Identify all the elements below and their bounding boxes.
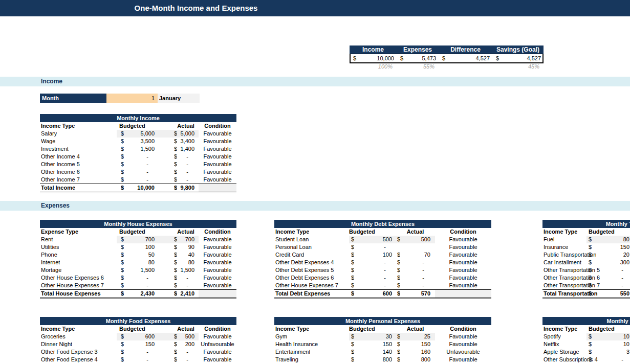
- currency-sign: $: [351, 356, 354, 363]
- cell-actual[interactable]: -: [178, 161, 195, 168]
- cell-budgeted[interactable]: 800: [355, 356, 393, 363]
- table-row: Phone$50$40Favourable: [40, 251, 236, 259]
- cell-budgeted[interactable]: -: [593, 356, 630, 363]
- page-title: One-Month Income and Expenses: [41, 0, 351, 16]
- cell-actual[interactable]: -: [178, 168, 195, 176]
- cell-budgeted[interactable]: 600: [125, 333, 156, 340]
- cell-label: Other House Expenses 7: [41, 282, 104, 289]
- currency-sign: $: [351, 274, 354, 282]
- currency-sign: $: [397, 236, 400, 243]
- cell-budgeted[interactable]: 10: [593, 340, 630, 348]
- column-header-type: Income Type: [275, 325, 309, 333]
- cell-actual[interactable]: -: [178, 176, 195, 184]
- cell-actual[interactable]: -: [178, 348, 195, 356]
- cell-budgeted[interactable]: 80: [125, 259, 156, 266]
- cell-budgeted[interactable]: 5,000: [125, 130, 156, 138]
- cell-budgeted[interactable]: -: [593, 266, 630, 274]
- cell-budgeted[interactable]: 10: [593, 333, 630, 340]
- cell-actual[interactable]: 90: [178, 243, 195, 251]
- cell-actual[interactable]: 5,000: [178, 130, 195, 138]
- cell-label: Other Debt Expenses 5: [275, 266, 334, 274]
- cell-actual[interactable]: -: [401, 266, 431, 274]
- currency-sign: $: [121, 130, 124, 138]
- cell-budgeted[interactable]: 140: [355, 348, 393, 356]
- cell-budgeted[interactable]: 20: [593, 251, 630, 259]
- summary-header-expenses: Expenses: [397, 46, 439, 54]
- cell-actual[interactable]: 700: [178, 236, 195, 243]
- cell-budgeted[interactable]: -: [355, 282, 393, 289]
- cell-budgeted[interactable]: 80: [593, 236, 630, 243]
- cell-budgeted[interactable]: 300: [593, 259, 630, 266]
- cell-actual[interactable]: -: [401, 282, 431, 289]
- cell-budgeted[interactable]: 3,500: [125, 138, 156, 145]
- cell-budgeted[interactable]: -: [125, 282, 156, 289]
- cell-budgeted[interactable]: 700: [125, 236, 156, 243]
- cell-budgeted[interactable]: -: [125, 348, 156, 356]
- cell-budgeted[interactable]: -: [355, 274, 393, 282]
- cell-actual[interactable]: 3,400: [178, 138, 195, 145]
- cell-actual[interactable]: 160: [401, 348, 431, 356]
- cell-budgeted[interactable]: -: [593, 282, 630, 289]
- cell-budgeted[interactable]: -: [125, 161, 156, 168]
- cell-label: Student Loan: [275, 236, 309, 243]
- currency-sign: $: [121, 266, 124, 274]
- cell-condition: Favourable: [435, 236, 491, 243]
- currency-sign: $: [351, 282, 354, 289]
- cell-budgeted[interactable]: -: [125, 153, 156, 161]
- cell-actual[interactable]: 1,500: [178, 266, 195, 274]
- cell-budgeted[interactable]: -: [355, 259, 393, 266]
- table-row: Other Transportation 5$-: [542, 266, 630, 274]
- cell-condition: Favourable: [435, 333, 491, 340]
- cell-condition: Favourable: [199, 176, 236, 184]
- cell-actual[interactable]: -: [178, 153, 195, 161]
- cell-budgeted[interactable]: -: [125, 168, 156, 176]
- cell-budgeted[interactable]: -: [125, 176, 156, 184]
- cell-actual[interactable]: 800: [401, 356, 431, 363]
- title-bar: One-Month Income and Expenses: [0, 0, 630, 16]
- table-row: Other Debt Expenses 5$-$-Favourable: [274, 266, 491, 274]
- cell-budgeted[interactable]: 100: [125, 243, 156, 251]
- cell-budgeted[interactable]: -: [355, 266, 393, 274]
- table-row: Other Subscriptions 4$-: [542, 356, 630, 363]
- currency-sign: $: [121, 168, 124, 176]
- table-row: Other Food Expense 4$-$-Favourable: [40, 356, 236, 363]
- cell-actual[interactable]: 80: [178, 259, 195, 266]
- cell-label: Other Debt Expenses 4: [275, 259, 334, 266]
- cell-actual[interactable]: 500: [401, 236, 431, 243]
- summary-percent-income: 100%: [350, 63, 397, 70]
- cell-budgeted[interactable]: 3: [593, 348, 630, 356]
- cell-budgeted[interactable]: 150: [593, 243, 630, 251]
- cell-label: Car Installment: [544, 259, 581, 266]
- cell-budgeted[interactable]: 500: [355, 236, 393, 243]
- cell-actual[interactable]: -: [401, 259, 431, 266]
- total-label: Total Income: [41, 184, 75, 192]
- cell-budgeted[interactable]: 100: [355, 251, 393, 259]
- currency-sign: $: [353, 54, 356, 62]
- cell-actual[interactable]: 150: [401, 340, 431, 348]
- cell-budgeted[interactable]: -: [593, 274, 630, 282]
- cell-actual[interactable]: 1,400: [178, 145, 195, 153]
- cell-budgeted[interactable]: -: [355, 243, 393, 251]
- cell-budgeted[interactable]: 50: [125, 251, 156, 259]
- cell-budgeted[interactable]: -: [125, 356, 156, 363]
- cell-actual[interactable]: -: [401, 274, 431, 282]
- cell-budgeted[interactable]: 1,500: [125, 145, 156, 153]
- cell-actual[interactable]: -: [178, 282, 195, 289]
- summary-difference-value: 4,527: [475, 54, 490, 62]
- cell-actual[interactable]: 40: [178, 251, 195, 259]
- month-number-cell[interactable]: 1: [106, 94, 158, 103]
- cell-budgeted[interactable]: 30: [355, 333, 393, 340]
- cell-budgeted[interactable]: 1,500: [125, 266, 156, 274]
- cell-actual[interactable]: 25: [401, 333, 431, 340]
- cell-budgeted[interactable]: 150: [125, 340, 156, 348]
- currency-sign: $: [174, 290, 177, 298]
- cell-actual[interactable]: 200: [178, 340, 195, 348]
- cell-budgeted[interactable]: 150: [355, 340, 393, 348]
- total-actual: 2,410: [178, 290, 195, 298]
- cell-actual[interactable]: -: [178, 356, 195, 363]
- cell-budgeted[interactable]: -: [125, 274, 156, 282]
- cell-actual[interactable]: 70: [401, 251, 431, 259]
- currency-sign: $: [589, 356, 592, 363]
- cell-actual[interactable]: 500: [178, 333, 195, 340]
- cell-actual[interactable]: -: [178, 274, 195, 282]
